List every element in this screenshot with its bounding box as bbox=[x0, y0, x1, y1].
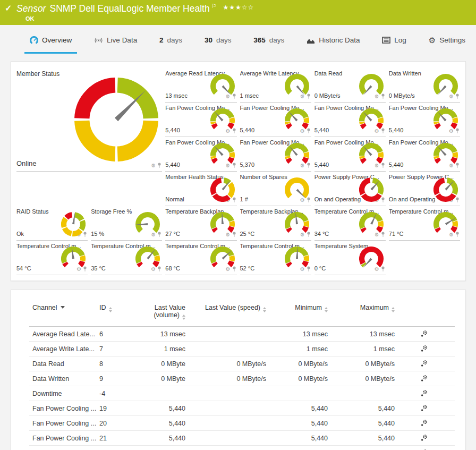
gauge-tile[interactable]: Average Write Latency1 msec⚙ bbox=[240, 68, 311, 103]
cell-channel[interactable]: Fan Power Cooling ... bbox=[29, 431, 96, 446]
tab-live-data[interactable]: Live Data bbox=[89, 28, 142, 54]
sensor-header: ✓ SensorSNMP Dell EqualLogic Member Heal… bbox=[0, 0, 476, 25]
channel-gauge bbox=[434, 177, 458, 202]
column-header[interactable]: Last Value (volume) bbox=[129, 303, 189, 327]
priority-stars[interactable]: ★★★☆☆ bbox=[223, 4, 254, 11]
cell-actions bbox=[398, 356, 455, 371]
gauge-tile[interactable]: Fan Power Cooling Mo...5,440⚙ bbox=[165, 103, 236, 137]
cell-channel[interactable]: Fan Power Cooling ... bbox=[29, 446, 96, 450]
channel-settings-icon[interactable] bbox=[420, 345, 428, 353]
gauge-tile[interactable]: Member StatusOnline⚙ bbox=[16, 68, 162, 172]
gauge-tile[interactable]: Number of Spares1 #⚙ bbox=[240, 172, 311, 206]
cell-channel[interactable]: Downtime bbox=[29, 386, 96, 401]
tab-number: 2 bbox=[159, 36, 164, 44]
gauge-tile[interactable]: Average Read Latency13 msec⚙ bbox=[165, 68, 236, 103]
channel-settings-icon[interactable] bbox=[420, 330, 428, 338]
cell-max: 5,440 bbox=[331, 446, 398, 450]
gauge-tile[interactable]: Fan Power Cooling Mo...5,440⚙ bbox=[389, 137, 460, 172]
gauge-tile[interactable]: Temperature Control m...68 °C⚙ bbox=[165, 241, 236, 275]
column-header[interactable]: Last Value (speed) bbox=[189, 303, 269, 327]
channel-row: Fan Power Cooling ...215,4405,4405,440 bbox=[29, 431, 455, 446]
channel-table-head-row: ChannelIDLast Value (volume)Last Value (… bbox=[29, 303, 455, 327]
cell-last_speed bbox=[189, 327, 269, 342]
tab-label: Overview bbox=[42, 36, 72, 44]
channel-gauge bbox=[285, 108, 309, 133]
gauge-tile[interactable]: Fan Power Cooling Mo...5,440⚙ bbox=[314, 137, 386, 172]
gauge-tile[interactable]: Temperature Backplan...25 °C⚙ bbox=[240, 206, 311, 241]
pin-icon[interactable] bbox=[157, 163, 162, 168]
cell-last_speed bbox=[189, 416, 269, 431]
cell-actions bbox=[398, 371, 455, 386]
sensor-title: SNMP Dell EqualLogic Member Health bbox=[49, 3, 209, 14]
tab-30-days[interactable]: 30 days bbox=[199, 28, 237, 54]
gauge-value: 54 °C bbox=[16, 265, 31, 271]
cell-channel[interactable]: Fan Power Cooling ... bbox=[29, 416, 96, 431]
gauge-tile[interactable]: Temperature Control m...71 °C⚙ bbox=[389, 206, 460, 241]
tab-365-days[interactable]: 365 days bbox=[248, 28, 290, 54]
channel-settings-icon[interactable] bbox=[420, 360, 428, 368]
gauge-tile[interactable]: Fan Power Cooling Mo...5,440⚙ bbox=[314, 103, 386, 137]
tab-log[interactable]: Log bbox=[377, 28, 412, 54]
gauge-tile[interactable]: Fan Power Cooling Mo...5,440⚙ bbox=[240, 103, 311, 137]
cell-channel[interactable]: Fan Power Cooling ... bbox=[29, 401, 96, 416]
gauge-value: 52 °C bbox=[240, 265, 255, 271]
gear-icon[interactable]: ⚙ bbox=[151, 163, 156, 168]
channel-gauge bbox=[210, 108, 235, 133]
gauge-tile[interactable]: Temperature Control m...54 °C⚙ bbox=[16, 241, 88, 275]
gauge-tile[interactable]: Fan Power Cooling Mo...5,440⚙ bbox=[165, 137, 236, 172]
gauge-tile[interactable]: Power Supply Power C...On and Operating⚙ bbox=[314, 172, 386, 206]
channel-settings-icon[interactable] bbox=[420, 404, 428, 412]
channel-gauge bbox=[210, 212, 235, 236]
gauge-tile[interactable]: Temperature Control m...52 °C⚙ bbox=[240, 241, 311, 275]
gauge-value: 27 °C bbox=[165, 231, 180, 237]
channel-settings-icon[interactable] bbox=[420, 389, 428, 397]
gauge-tile[interactable]: Fan Power Cooling Mo...5,440⚙ bbox=[389, 103, 460, 137]
cell-channel[interactable]: Data Read bbox=[29, 356, 96, 371]
gauge-tile[interactable]: Storage Free %15 %⚙ bbox=[91, 206, 162, 241]
gauge-tile[interactable]: Member Health StatusNormal⚙ bbox=[165, 172, 236, 206]
column-header[interactable]: ID bbox=[96, 303, 129, 327]
log-icon bbox=[382, 37, 390, 44]
gauge-tile[interactable]: Data Written0 MByte/s⚙ bbox=[389, 68, 460, 103]
cell-channel[interactable]: Data Written bbox=[29, 371, 96, 386]
column-header[interactable]: Channel bbox=[29, 303, 96, 327]
flag-icon[interactable]: ⚐ bbox=[211, 3, 217, 9]
channel-row: Fan Power Cooling ...205,4405,4405,440 bbox=[29, 416, 455, 431]
gauge-tile[interactable]: Temperature Control m...34 °C⚙ bbox=[314, 206, 386, 241]
column-header-label: Last Value (volume) bbox=[154, 304, 185, 319]
cell-last_speed bbox=[189, 431, 269, 446]
gauge-value: 71 °C bbox=[389, 231, 404, 237]
column-header[interactable]: Minimum bbox=[269, 303, 331, 327]
column-header[interactable]: Maximum bbox=[331, 303, 398, 327]
tab-overview[interactable]: Overview bbox=[24, 28, 77, 54]
channel-settings-icon[interactable] bbox=[420, 419, 428, 427]
cell-actions bbox=[398, 401, 455, 416]
cell-last_volume: 5,440 bbox=[129, 416, 189, 431]
gauge-tile[interactable]: Temperature System0 °C⚙ bbox=[314, 241, 386, 275]
cell-actions bbox=[398, 342, 455, 356]
channel-settings-icon[interactable] bbox=[420, 375, 428, 383]
cell-last_volume: 5,440 bbox=[129, 446, 189, 450]
area-chart-icon bbox=[307, 37, 315, 44]
tab-number: 30 bbox=[205, 36, 212, 44]
cell-channel[interactable]: Average Write Late... bbox=[29, 342, 96, 356]
cell-id: 9 bbox=[96, 371, 129, 386]
sort-icon bbox=[392, 307, 395, 312]
tab-settings[interactable]: ⚙ Settings bbox=[423, 28, 471, 54]
cell-max: 0 MByte/s bbox=[331, 371, 398, 386]
cell-max: 13 msec bbox=[331, 327, 398, 342]
gauge-tile[interactable]: Temperature Backplan...27 °C⚙ bbox=[165, 206, 236, 241]
channel-gauge bbox=[285, 247, 309, 271]
sort-icon bbox=[263, 307, 266, 312]
gauge-tile[interactable]: Temperature Control m...35 °C⚙ bbox=[91, 241, 162, 275]
channel-row: Average Write Late...71 msec1 msec1 msec bbox=[29, 342, 455, 356]
tab-historic-data[interactable]: Historic Data bbox=[301, 28, 365, 54]
gauge-value: 5,370 bbox=[240, 162, 255, 168]
gauge-tile[interactable]: Power Supply Power C...On and Operating⚙ bbox=[389, 172, 460, 206]
cell-channel[interactable]: Average Read Late... bbox=[29, 327, 96, 342]
channel-settings-icon[interactable] bbox=[420, 434, 428, 442]
gauge-tile[interactable]: Data Read0 MByte/s⚙ bbox=[314, 68, 386, 103]
gauge-tile[interactable]: RAID StatusOk⚙ bbox=[16, 206, 88, 241]
gauge-tile[interactable]: Fan Power Cooling Mo...5,370⚙ bbox=[240, 137, 311, 172]
tab-2-days[interactable]: 2 days bbox=[154, 28, 188, 54]
